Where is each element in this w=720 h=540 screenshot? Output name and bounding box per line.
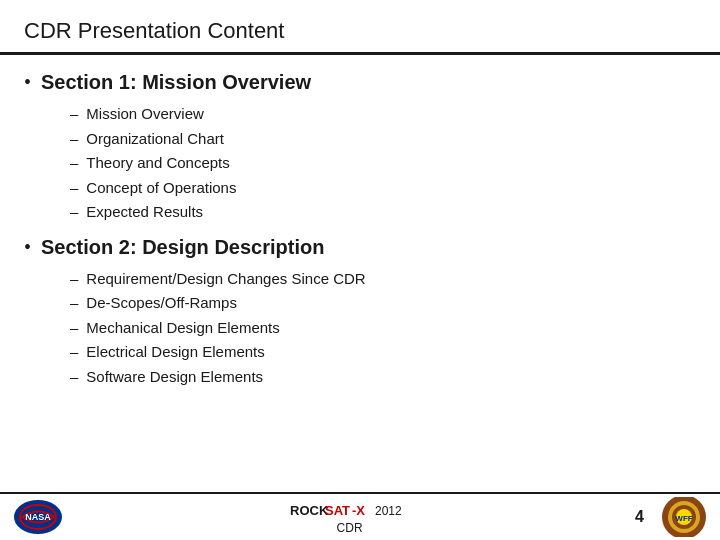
section2-item-1: Requirement/Design Changes Since CDR [86, 268, 365, 291]
title-bar: CDR Presentation Content [0, 0, 720, 55]
section1-item-1: Mission Overview [86, 103, 204, 126]
section1-label: Section 1: Mission Overview [41, 69, 311, 95]
section1-item-2: Organizational Chart [86, 128, 224, 151]
dash-icon: – [70, 128, 78, 151]
wff-logo: WFF [660, 497, 708, 537]
cdr-label: CDR [337, 521, 363, 535]
dash-icon: – [70, 341, 78, 364]
svg-text:WFF: WFF [675, 514, 692, 523]
slide-footer: NASA ROCK SAT -X 2012 CDR [0, 492, 720, 540]
section2-item-5: Software Design Elements [86, 366, 263, 389]
svg-text:NASA: NASA [25, 512, 51, 522]
list-item: – Requirement/Design Changes Since CDR [70, 268, 696, 291]
svg-text:2012: 2012 [375, 504, 402, 518]
svg-text:ROCK: ROCK [290, 503, 329, 518]
section1-item-3: Theory and Concepts [86, 152, 229, 175]
page-number: 4 [635, 508, 644, 526]
list-item: – Theory and Concepts [70, 152, 696, 175]
section1-item-5: Expected Results [86, 201, 203, 224]
bullet-dot-2: • [24, 234, 31, 260]
dash-icon: – [70, 317, 78, 340]
list-item: – Mission Overview [70, 103, 696, 126]
section2-item-4: Electrical Design Elements [86, 341, 264, 364]
section2-label: Section 2: Design Description [41, 234, 324, 260]
footer-center: ROCK SAT -X 2012 CDR [290, 499, 410, 535]
list-item: – Concept of Operations [70, 177, 696, 200]
list-item: – Electrical Design Elements [70, 341, 696, 364]
rocksat-logo: ROCK SAT -X 2012 [290, 499, 410, 521]
dash-icon: – [70, 177, 78, 200]
footer-left: NASA [12, 498, 64, 536]
section2-bullet: • Section 2: Design Description [24, 234, 696, 260]
list-item: – Software Design Elements [70, 366, 696, 389]
section1-sub-items: – Mission Overview – Organizational Char… [70, 103, 696, 224]
dash-icon: – [70, 103, 78, 126]
svg-text:SAT: SAT [325, 503, 350, 518]
svg-text:-X: -X [352, 503, 365, 518]
nasa-logo: NASA [12, 498, 64, 536]
slide: CDR Presentation Content • Section 1: Mi… [0, 0, 720, 540]
list-item: – Mechanical Design Elements [70, 317, 696, 340]
dash-icon: – [70, 292, 78, 315]
section1-bullet: • Section 1: Mission Overview [24, 69, 696, 95]
dash-icon: – [70, 152, 78, 175]
rocksat-svg: ROCK SAT -X 2012 [290, 499, 410, 521]
slide-title: CDR Presentation Content [24, 18, 696, 44]
section2-item-2: De-Scopes/Off-Ramps [86, 292, 237, 315]
section2-item-3: Mechanical Design Elements [86, 317, 279, 340]
dash-icon: – [70, 201, 78, 224]
list-item: – Expected Results [70, 201, 696, 224]
dash-icon: – [70, 366, 78, 389]
bullet-dot-1: • [24, 69, 31, 95]
section2-sub-items: – Requirement/Design Changes Since CDR –… [70, 268, 696, 389]
slide-content: • Section 1: Mission Overview – Mission … [0, 69, 720, 388]
list-item: – Organizational Chart [70, 128, 696, 151]
dash-icon: – [70, 268, 78, 291]
list-item: – De-Scopes/Off-Ramps [70, 292, 696, 315]
section1-item-4: Concept of Operations [86, 177, 236, 200]
footer-right-group: 4 WFF [635, 497, 708, 537]
